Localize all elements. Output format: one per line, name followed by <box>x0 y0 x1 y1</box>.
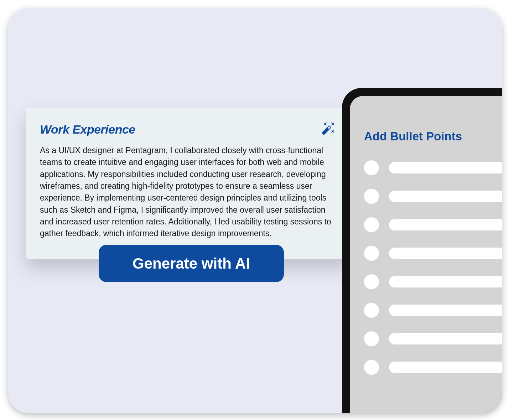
work-experience-title: Work Experience <box>40 123 135 136</box>
bullet-circle-icon <box>364 189 379 204</box>
bullet-points-title: Add Bullet Points <box>364 130 502 143</box>
bullet-circle-icon <box>364 331 379 346</box>
magic-wand-icon[interactable] <box>321 121 336 138</box>
phone-screen: Add Bullet Points <box>350 96 502 413</box>
bullet-item[interactable] <box>364 331 502 346</box>
bullet-item[interactable] <box>364 274 502 289</box>
bullet-circle-icon <box>364 160 379 175</box>
bullet-bar-placeholder <box>389 362 502 373</box>
work-experience-card: Work Experience As a UI/UX designer at P… <box>26 108 350 259</box>
bullet-circle-icon <box>364 217 379 232</box>
bullet-item[interactable] <box>364 189 502 204</box>
bullet-bar-placeholder <box>389 191 502 202</box>
bullet-bar-placeholder <box>389 162 502 173</box>
bullet-bar-placeholder <box>389 219 502 230</box>
work-card-header: Work Experience <box>40 121 336 138</box>
phone-frame: Add Bullet Points <box>342 88 502 413</box>
main-panel: Work Experience As a UI/UX designer at P… <box>8 8 502 413</box>
bullet-bar-placeholder <box>389 333 502 344</box>
work-experience-body: As a UI/UX designer at Pentagram, I coll… <box>40 145 336 240</box>
bullet-item[interactable] <box>364 360 502 375</box>
bullet-circle-icon <box>364 303 379 318</box>
generate-with-ai-button[interactable]: Generate with AI <box>99 245 284 282</box>
bullet-item[interactable] <box>364 160 502 175</box>
bullet-bar-placeholder <box>389 276 502 287</box>
bullet-item[interactable] <box>364 246 502 261</box>
bullet-circle-icon <box>364 360 379 375</box>
bullet-circle-icon <box>364 246 379 261</box>
bullet-item[interactable] <box>364 217 502 232</box>
bullet-circle-icon <box>364 274 379 289</box>
bullet-item[interactable] <box>364 303 502 318</box>
bullet-list <box>364 160 502 375</box>
bullet-bar-placeholder <box>389 248 502 259</box>
bullet-bar-placeholder <box>389 305 502 316</box>
